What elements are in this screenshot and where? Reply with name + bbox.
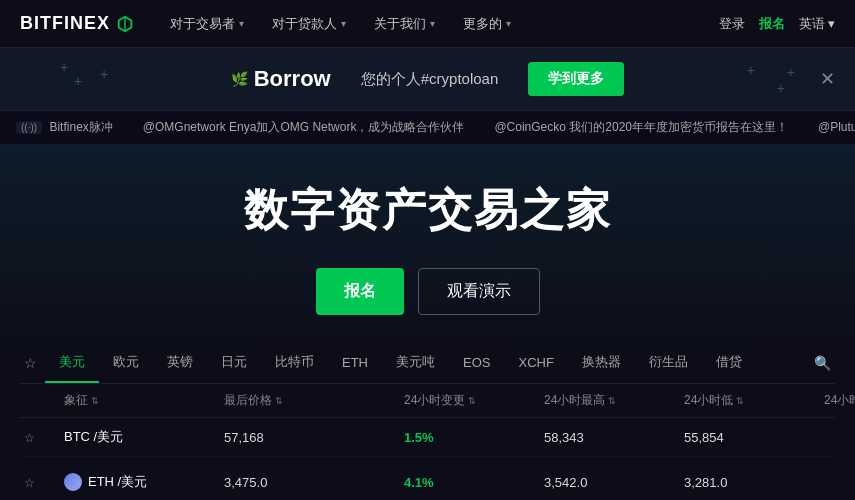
sort-icon: ⇅ [736, 396, 744, 406]
tab-eur[interactable]: 欧元 [99, 343, 153, 383]
news-ticker: ((·)) Bitfinex脉冲 @OMGnetwork Enya加入OMG N… [0, 111, 855, 145]
sort-icon: ⇅ [91, 396, 99, 406]
tab-derivatives[interactable]: 衍生品 [635, 343, 702, 383]
tab-lending[interactable]: 借贷 [702, 343, 756, 383]
row-price: 3,475.0 [224, 475, 404, 490]
market-tabs: ☆ 美元 欧元 英镑 日元 比特币 ETH 美元吨 EOS XCHF 换热器 衍… [20, 343, 835, 384]
decoration-plus-4: ++ [787, 64, 795, 96]
ticker-item: @OMGnetwork Enya加入OMG Network，成为战略合作伙伴 [143, 119, 465, 136]
ticker-inner: ((·)) Bitfinex脉冲 @OMGnetwork Enya加入OMG N… [0, 119, 855, 136]
logo-icon [116, 15, 134, 33]
tab-usd[interactable]: 美元 [45, 343, 99, 383]
row-price: 57,168 [224, 430, 404, 445]
table-row: ☆ BTC /美元 57,168 1.5% 58,343 55,854 480,… [20, 418, 835, 457]
row-volume: 247,6...3元... 成瓜子 [824, 467, 855, 497]
ticker-item: @CoinGecko 我们的2020年年度加密货币报告在这里！ [494, 119, 788, 136]
chevron-down-icon: ▾ [341, 18, 346, 29]
ticker-tag: ((·)) [16, 121, 42, 134]
th-high[interactable]: 24小时最高 ⇅ [544, 392, 684, 409]
banner-brand: 🌿 Borrow [231, 66, 331, 92]
sort-icon: ⇅ [468, 396, 476, 406]
chevron-down-icon: ▾ [506, 18, 511, 29]
tab-usdt[interactable]: 美元吨 [382, 343, 449, 383]
tab-eos[interactable]: EOS [449, 345, 504, 382]
th-change[interactable]: 24小时变更 ⇅ [404, 392, 544, 409]
markets-section: ☆ 美元 欧元 英镑 日元 比特币 ETH 美元吨 EOS XCHF 换热器 衍… [0, 343, 855, 500]
th-low[interactable]: 24小时低 ⇅ [684, 392, 824, 409]
row-symbol[interactable]: ETH /美元 [64, 473, 224, 491]
decoration-plus-3: + [747, 62, 755, 78]
decoration-plus-2: + [100, 66, 108, 82]
banner-close-button[interactable]: ✕ [820, 68, 835, 90]
favorites-star-icon[interactable]: ☆ [24, 355, 37, 371]
hero-signup-button[interactable]: 报名 [316, 268, 404, 315]
decoration-plus: ++ [60, 60, 82, 88]
language-selector[interactable]: 英语 ▾ [799, 15, 835, 33]
row-high: 3,542.0 [544, 475, 684, 490]
hero-title: 数字资产交易之家 [244, 181, 612, 240]
row-symbol[interactable]: BTC /美元 [64, 428, 224, 446]
row-star[interactable]: ☆ [24, 475, 64, 490]
banner-cta-button[interactable]: 学到更多 [528, 62, 624, 96]
row-high: 58,343 [544, 430, 684, 445]
tab-exchange[interactable]: 换热器 [568, 343, 635, 383]
th-symbol[interactable]: 象征 ⇅ [64, 392, 224, 409]
ticker-item: ((·)) Bitfinex脉冲 [16, 119, 113, 136]
navbar: BITFINEX 对于交易者 ▾ 对于贷款人 ▾ 关于我们 ▾ 更多的 ▾ 登录… [0, 0, 855, 48]
row-volume: 480,646,215美元 [824, 428, 855, 446]
sort-icon: ⇅ [275, 396, 283, 406]
banner-title: Borrow [254, 66, 331, 92]
table-header: 象征 ⇅ 最后价格 ⇅ 24小时变更 ⇅ 24小时最高 ⇅ 24小时低 ⇅ 24… [20, 384, 835, 418]
row-change: 4.1% [404, 475, 544, 490]
banner-subtitle: 您的个人#cryptoloan [361, 70, 499, 89]
chevron-down-icon: ▾ [239, 18, 244, 29]
chevron-down-icon: ▾ [828, 16, 835, 31]
hero-section: 数字资产交易之家 报名 观看演示 [0, 145, 855, 343]
search-icon[interactable]: 🔍 [814, 355, 831, 371]
nav-traders[interactable]: 对于交易者 ▾ [158, 9, 256, 39]
sort-icon: ⇅ [608, 396, 616, 406]
th-price[interactable]: 最后价格 ⇅ [224, 392, 404, 409]
nav-links: 对于交易者 ▾ 对于贷款人 ▾ 关于我们 ▾ 更多的 ▾ [158, 9, 719, 39]
tab-btc[interactable]: 比特币 [261, 343, 328, 383]
logo-area: BITFINEX [20, 13, 134, 34]
row-low: 55,854 [684, 430, 824, 445]
row-low: 3,281.0 [684, 475, 824, 490]
table-row: ☆ ETH /美元 3,475.0 4.1% 3,542.0 3,281.0 2… [20, 457, 835, 500]
ticker-item: @Plutus PLIP | Pluton流动... [818, 119, 855, 136]
tab-eth[interactable]: ETH [328, 345, 382, 382]
hero-buttons: 报名 观看演示 [316, 268, 540, 315]
row-star[interactable]: ☆ [24, 430, 64, 445]
tab-gbp[interactable]: 英镑 [153, 343, 207, 383]
row-change: 1.5% [404, 430, 544, 445]
nav-more[interactable]: 更多的 ▾ [451, 9, 523, 39]
th-volume[interactable]: 24小时成交量 ⇅ [824, 392, 855, 409]
signup-button[interactable]: 报名 [759, 15, 785, 33]
th-favorite [24, 392, 64, 409]
chevron-down-icon: ▾ [430, 18, 435, 29]
eth-icon [64, 473, 82, 491]
tab-xchf[interactable]: XCHF [504, 345, 567, 382]
nav-right: 登录 报名 英语 ▾ [719, 15, 835, 33]
tab-jpy[interactable]: 日元 [207, 343, 261, 383]
logo-text: BITFINEX [20, 13, 110, 34]
hero-demo-button[interactable]: 观看演示 [418, 268, 540, 315]
promo-banner: ++ + 🌿 Borrow 您的个人#cryptoloan 学到更多 + ++ … [0, 48, 855, 111]
nav-lenders[interactable]: 对于贷款人 ▾ [260, 9, 358, 39]
borrow-icon: 🌿 [231, 71, 248, 87]
login-button[interactable]: 登录 [719, 15, 745, 33]
nav-about[interactable]: 关于我们 ▾ [362, 9, 447, 39]
